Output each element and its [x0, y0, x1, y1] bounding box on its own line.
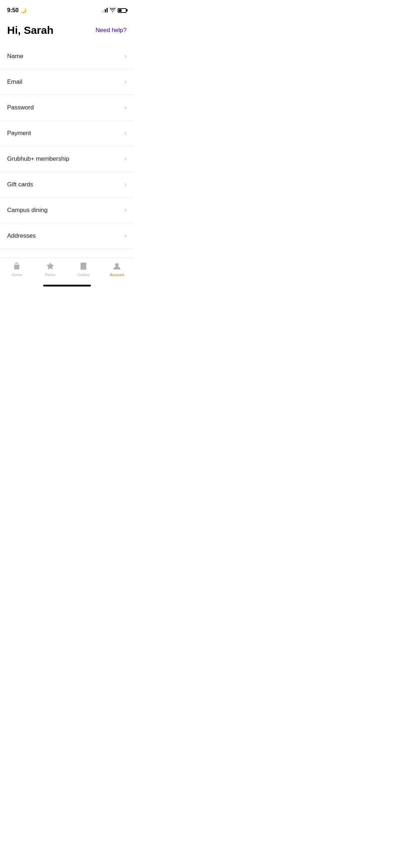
- menu-item-addresses[interactable]: Addresses ›: [0, 223, 134, 249]
- menu-item-payment[interactable]: Payment ›: [0, 120, 134, 146]
- perks-icon: [46, 261, 55, 271]
- chevron-right-icon: ›: [124, 155, 127, 162]
- status-time: 9:50 🌙: [7, 7, 26, 14]
- signal-bars-icon: [101, 8, 108, 12]
- menu-item-password-label: Password: [7, 104, 34, 111]
- chevron-right-icon: ›: [124, 52, 127, 60]
- tab-home-label: Home: [11, 273, 22, 277]
- chevron-right-icon: ›: [124, 181, 127, 188]
- menu-item-gift-cards[interactable]: Gift cards ›: [0, 172, 134, 197]
- menu-item-name-label: Name: [7, 53, 23, 60]
- tab-perks[interactable]: Perks: [34, 261, 67, 277]
- menu-item-campus-dining[interactable]: Campus dining ›: [0, 197, 134, 223]
- chevron-right-icon: ›: [124, 78, 127, 86]
- greeting-text: Hi, Sarah: [7, 24, 53, 36]
- battery-icon: [118, 8, 127, 13]
- need-help-link[interactable]: Need help?: [96, 27, 127, 34]
- menu-item-email[interactable]: Email ›: [0, 69, 134, 95]
- menu-item-password[interactable]: Password ›: [0, 95, 134, 120]
- chevron-right-icon: ›: [124, 206, 127, 214]
- menu-item-payment-label: Payment: [7, 130, 31, 137]
- chevron-right-icon: ›: [124, 104, 127, 111]
- status-bar: 9:50 🌙: [0, 0, 134, 16]
- tab-account-label: Account: [110, 273, 124, 277]
- moon-icon: 🌙: [20, 7, 26, 13]
- menu-item-name[interactable]: Name ›: [0, 43, 134, 69]
- menu-item-email-label: Email: [7, 78, 22, 86]
- svg-marker-3: [47, 263, 53, 269]
- svg-rect-4: [81, 263, 86, 270]
- menu-item-addresses-label: Addresses: [7, 232, 36, 239]
- svg-point-8: [115, 263, 118, 267]
- menu-item-campus-dining-label: Campus dining: [7, 207, 47, 214]
- wifi-icon: [110, 8, 115, 13]
- page-header: Hi, Sarah Need help?: [0, 16, 134, 43]
- home-icon: [12, 261, 21, 271]
- menu-item-grubhub-membership-label: Grubhub+ membership: [7, 155, 69, 162]
- svg-rect-0: [14, 265, 19, 269]
- chevron-right-icon: ›: [124, 232, 127, 239]
- status-icons: [101, 8, 127, 13]
- tab-home[interactable]: Home: [0, 261, 34, 277]
- tab-account[interactable]: Account: [100, 261, 134, 277]
- menu-item-gift-cards-label: Gift cards: [7, 181, 33, 188]
- account-menu-list: Name › Email › Password › Payment › Grub…: [0, 43, 134, 249]
- orders-icon: [79, 261, 88, 271]
- tab-orders-label: Orders: [78, 273, 90, 277]
- chevron-right-icon: ›: [124, 129, 127, 137]
- account-icon: [112, 261, 122, 271]
- tab-perks-label: Perks: [45, 273, 55, 277]
- home-indicator: [43, 285, 91, 286]
- tab-orders[interactable]: Orders: [67, 261, 101, 277]
- menu-item-grubhub-membership[interactable]: Grubhub+ membership ›: [0, 146, 134, 172]
